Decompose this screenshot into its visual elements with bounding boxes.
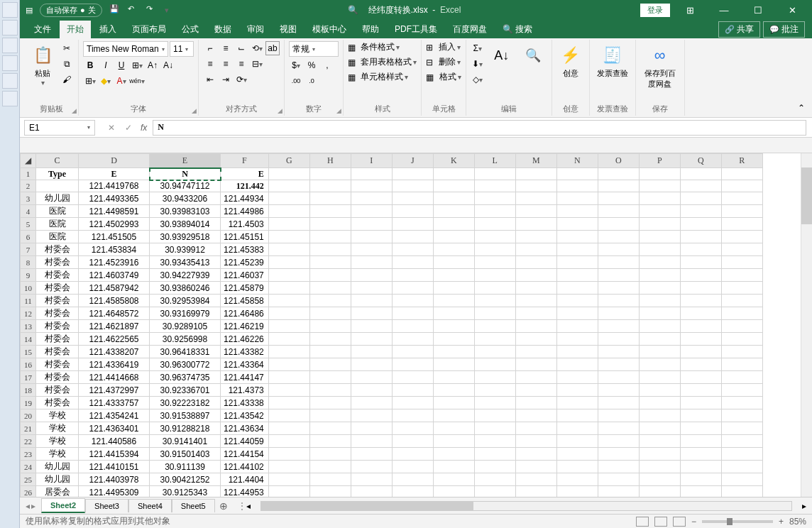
cell[interactable] bbox=[515, 358, 556, 371]
cut-icon[interactable]: ✂ bbox=[60, 41, 74, 55]
cell[interactable] bbox=[639, 218, 680, 231]
cell[interactable] bbox=[474, 461, 515, 473]
cell[interactable] bbox=[433, 448, 474, 461]
cell[interactable] bbox=[556, 333, 598, 346]
cell[interactable] bbox=[474, 231, 515, 243]
cell[interactable] bbox=[721, 486, 762, 497]
row-header[interactable]: 2 bbox=[21, 180, 36, 192]
cell[interactable] bbox=[639, 333, 680, 346]
cell[interactable] bbox=[680, 192, 721, 205]
cell[interactable]: 村委会 bbox=[36, 333, 79, 346]
cell[interactable] bbox=[392, 180, 433, 192]
cell[interactable] bbox=[351, 205, 392, 218]
cell[interactable]: E bbox=[221, 168, 269, 180]
horizontal-scrollbar[interactable] bbox=[260, 501, 792, 511]
cell[interactable] bbox=[721, 397, 762, 409]
cell[interactable] bbox=[392, 295, 433, 307]
cell[interactable] bbox=[721, 307, 762, 320]
cell[interactable] bbox=[721, 320, 762, 333]
cell[interactable] bbox=[515, 243, 556, 256]
cell[interactable] bbox=[392, 346, 433, 358]
cell[interactable]: 121.451505 bbox=[79, 231, 150, 243]
cell[interactable] bbox=[639, 473, 680, 486]
cell[interactable] bbox=[680, 269, 721, 282]
cell[interactable] bbox=[515, 371, 556, 384]
cell[interactable] bbox=[680, 205, 721, 218]
cell[interactable] bbox=[680, 346, 721, 358]
cell[interactable]: 121.4404 bbox=[221, 473, 269, 486]
cell[interactable] bbox=[515, 346, 556, 358]
cell[interactable] bbox=[474, 269, 515, 282]
col-header-D[interactable]: D bbox=[79, 154, 150, 168]
cell[interactable]: 30.92223182 bbox=[150, 397, 221, 409]
tab-template[interactable]: 模板中心 bbox=[305, 21, 353, 38]
cell[interactable]: 30.96300772 bbox=[150, 358, 221, 371]
cell[interactable]: 121.4585808 bbox=[79, 295, 150, 307]
cell[interactable] bbox=[433, 282, 474, 295]
cell[interactable]: 30.92953984 bbox=[150, 295, 221, 307]
cell[interactable] bbox=[556, 295, 598, 307]
insert-cells-button[interactable]: ⊞ 插入▾ bbox=[426, 41, 460, 53]
invoice-button[interactable]: 🧾发票查验 bbox=[594, 41, 631, 82]
tab-help[interactable]: 帮助 bbox=[355, 21, 386, 38]
cell[interactable]: 30.90421252 bbox=[150, 473, 221, 486]
cell[interactable]: 121.46219 bbox=[221, 320, 269, 333]
cell[interactable] bbox=[556, 422, 598, 435]
cell[interactable] bbox=[268, 192, 309, 205]
cell[interactable] bbox=[474, 358, 515, 371]
cell[interactable] bbox=[598, 435, 639, 448]
cell[interactable] bbox=[268, 486, 309, 497]
col-header-O[interactable]: O bbox=[598, 154, 639, 168]
sheet-tab-3[interactable]: Sheet3 bbox=[85, 499, 128, 512]
clipboard-dialog-icon[interactable]: ◢ bbox=[72, 107, 77, 114]
cell[interactable] bbox=[474, 448, 515, 461]
cell[interactable] bbox=[556, 282, 598, 295]
cell[interactable]: 121.4373 bbox=[221, 384, 269, 397]
cell[interactable]: 121.43634 bbox=[221, 422, 269, 435]
select-all-corner[interactable]: ◢ bbox=[21, 154, 36, 168]
cell[interactable] bbox=[309, 269, 351, 282]
cell[interactable] bbox=[515, 192, 556, 205]
cell[interactable] bbox=[556, 205, 598, 218]
cell[interactable] bbox=[351, 320, 392, 333]
cell[interactable]: 121.45383 bbox=[221, 243, 269, 256]
cell[interactable]: 村委会 bbox=[36, 282, 79, 295]
share-button[interactable]: 🔗 共享 bbox=[718, 21, 760, 38]
cell[interactable] bbox=[351, 358, 392, 371]
cell[interactable] bbox=[680, 409, 721, 422]
cell[interactable]: 121.4603749 bbox=[79, 269, 150, 282]
cell[interactable] bbox=[721, 256, 762, 269]
collapse-ribbon-icon[interactable]: ⌃ bbox=[795, 100, 808, 116]
cell[interactable] bbox=[268, 371, 309, 384]
cell[interactable] bbox=[515, 422, 556, 435]
cell[interactable]: 121.4372997 bbox=[79, 384, 150, 397]
row-header[interactable]: 14 bbox=[21, 333, 36, 346]
cell[interactable] bbox=[721, 333, 762, 346]
cell[interactable] bbox=[680, 486, 721, 497]
row-header[interactable]: 17 bbox=[21, 371, 36, 384]
cell[interactable] bbox=[598, 448, 639, 461]
name-box[interactable]: E1▾ bbox=[24, 120, 95, 136]
tab-view[interactable]: 视图 bbox=[273, 21, 304, 38]
cell[interactable] bbox=[721, 358, 762, 371]
row-header[interactable]: 3 bbox=[21, 192, 36, 205]
cell[interactable] bbox=[268, 397, 309, 409]
row-header[interactable]: 1 bbox=[21, 168, 36, 180]
cell[interactable] bbox=[721, 473, 762, 486]
font-dialog-icon[interactable]: ◢ bbox=[192, 107, 197, 114]
cell[interactable] bbox=[680, 282, 721, 295]
cell[interactable] bbox=[598, 231, 639, 243]
cell[interactable] bbox=[639, 346, 680, 358]
cell[interactable] bbox=[433, 473, 474, 486]
tab-formulas[interactable]: 公式 bbox=[175, 21, 206, 38]
font-grow-icon[interactable]: A↑ bbox=[146, 58, 160, 72]
cell[interactable] bbox=[598, 180, 639, 192]
cell[interactable]: 30.9433206 bbox=[150, 192, 221, 205]
cell[interactable] bbox=[392, 422, 433, 435]
cell[interactable]: 30.91501403 bbox=[150, 448, 221, 461]
cell[interactable] bbox=[639, 231, 680, 243]
cell[interactable] bbox=[556, 384, 598, 397]
phonetic-icon[interactable]: wén▾ bbox=[130, 74, 144, 88]
cell[interactable] bbox=[474, 409, 515, 422]
cell[interactable] bbox=[392, 461, 433, 473]
